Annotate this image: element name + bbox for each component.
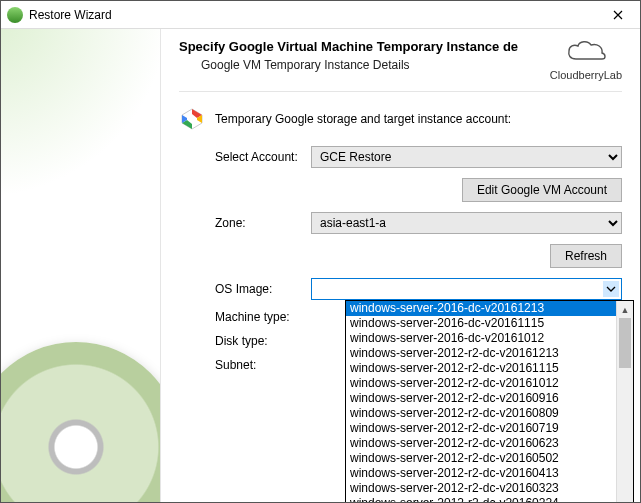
os-image-option[interactable]: windows-server-2012-r2-dc-v20160809 <box>346 406 633 421</box>
google-cloud-icon <box>179 106 205 132</box>
os-image-option[interactable]: windows-server-2012-r2-dc-v20160323 <box>346 481 633 496</box>
label-disk-type: Disk type: <box>179 334 311 348</box>
page-title: Specify Google Virtual Machine Temporary… <box>179 39 536 54</box>
os-image-option[interactable]: windows-server-2016-dc-v20161213 <box>346 301 633 316</box>
brand-name: CloudberryLab <box>550 69 622 81</box>
page-subtitle: Google VM Temporary Instance Details <box>201 58 536 72</box>
section-header: Temporary Google storage and target inst… <box>179 106 622 132</box>
os-image-option[interactable]: windows-server-2012-r2-dc-v20160916 <box>346 391 633 406</box>
os-image-option[interactable]: windows-server-2016-dc-v20161115 <box>346 316 633 331</box>
app-icon <box>7 7 23 23</box>
close-button[interactable] <box>596 1 640 29</box>
brand-logo: CloudberryLab <box>550 39 622 81</box>
chevron-down-icon <box>603 281 619 297</box>
os-image-option[interactable]: windows-server-2012-r2-dc-v20160224 <box>346 496 633 503</box>
wizard-sidebar <box>1 29 161 502</box>
dropdown-scrollbar[interactable]: ▲ ▼ <box>616 301 633 503</box>
row-os-image: OS Image: windows-server-2016-dc-v201612… <box>179 278 622 300</box>
scroll-thumb[interactable] <box>619 318 631 368</box>
os-image-option[interactable]: windows-server-2012-r2-dc-v20160623 <box>346 436 633 451</box>
disc-illustration <box>1 342 161 502</box>
titlebar: Restore Wizard <box>1 1 640 29</box>
os-image-option[interactable]: windows-server-2012-r2-dc-v20161012 <box>346 376 633 391</box>
os-image-option[interactable]: windows-server-2016-dc-v20161012 <box>346 331 633 346</box>
edit-google-vm-account-button[interactable]: Edit Google VM Account <box>462 178 622 202</box>
wizard-main: Specify Google Virtual Machine Temporary… <box>161 29 640 502</box>
scroll-down-arrow[interactable]: ▼ <box>617 496 633 503</box>
label-select-account: Select Account: <box>179 150 311 164</box>
close-icon <box>613 10 623 20</box>
restore-wizard-window: Restore Wizard Specify Google Virtual Ma… <box>0 0 641 503</box>
label-os-image: OS Image: <box>179 282 311 296</box>
refresh-button[interactable]: Refresh <box>550 244 622 268</box>
zone-dropdown[interactable]: asia-east1-a <box>311 212 622 234</box>
sidebar-gradient <box>1 29 160 209</box>
content-area: Specify Google Virtual Machine Temporary… <box>1 29 640 502</box>
os-image-dropdown-list[interactable]: windows-server-2016-dc-v20161213windows-… <box>345 300 634 503</box>
cloud-icon <box>564 39 608 65</box>
section-title-text: Temporary Google storage and target inst… <box>215 112 511 126</box>
os-image-option[interactable]: windows-server-2012-r2-dc-v20160719 <box>346 421 633 436</box>
label-machine-type: Machine type: <box>179 310 311 324</box>
page-header: Specify Google Virtual Machine Temporary… <box>179 39 622 92</box>
row-select-account: Select Account: GCE Restore <box>179 146 622 168</box>
label-subnet: Subnet: <box>179 358 311 372</box>
window-title: Restore Wizard <box>29 8 596 22</box>
row-zone: Zone: asia-east1-a <box>179 212 622 234</box>
scroll-up-arrow[interactable]: ▲ <box>617 301 633 318</box>
select-account-dropdown[interactable]: GCE Restore <box>311 146 622 168</box>
os-image-option[interactable]: windows-server-2012-r2-dc-v20161213 <box>346 346 633 361</box>
os-image-option[interactable]: windows-server-2012-r2-dc-v20160413 <box>346 466 633 481</box>
os-image-option[interactable]: windows-server-2012-r2-dc-v20161115 <box>346 361 633 376</box>
label-zone: Zone: <box>179 216 311 230</box>
os-image-option[interactable]: windows-server-2012-r2-dc-v20160502 <box>346 451 633 466</box>
os-image-dropdown[interactable] <box>311 278 622 300</box>
